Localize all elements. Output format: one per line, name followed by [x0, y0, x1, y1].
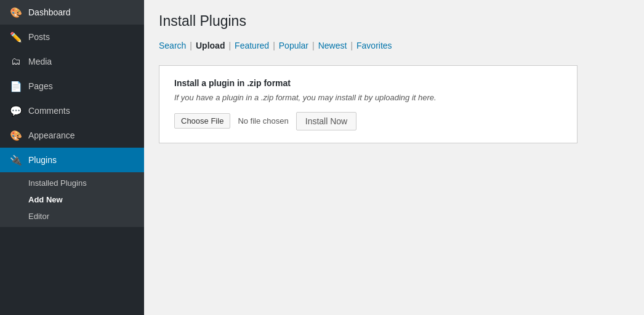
- upload-title: Install a plugin in .zip format: [174, 78, 562, 88]
- main-content: Install Plugins Search | Upload | Featur…: [144, 0, 644, 315]
- sidebar-subitem-editor[interactable]: Editor: [0, 208, 144, 225]
- sidebar-item-pages[interactable]: 📄 Pages: [0, 74, 144, 98]
- sidebar-item-label: Pages: [28, 81, 53, 91]
- sidebar-item-label: Posts: [28, 32, 50, 42]
- upload-controls: Choose File No file chosen Install Now: [174, 112, 562, 130]
- sidebar-item-label: Appearance: [28, 130, 75, 140]
- sidebar-item-posts[interactable]: ✏️ Posts: [0, 25, 144, 49]
- pages-icon: 📄: [10, 80, 22, 92]
- sep-1: |: [186, 41, 196, 50]
- no-file-label: No file chosen: [238, 116, 288, 126]
- sidebar-item-label: Dashboard: [28, 7, 71, 17]
- sidebar-subitem-add-new[interactable]: Add New: [0, 191, 144, 208]
- sidebar: 🎨 Dashboard ✏️ Posts 🗂 Media 📄 Pages 💬 C…: [0, 0, 144, 315]
- plugins-icon: 🔌: [10, 154, 22, 166]
- sidebar-item-label: Comments: [28, 106, 70, 116]
- sidebar-item-appearance[interactable]: 🎨 Appearance: [0, 123, 144, 148]
- sidebar-item-plugins[interactable]: 🔌 Plugins: [0, 148, 144, 172]
- upload-box: Install a plugin in .zip format If you h…: [159, 65, 578, 143]
- upload-description: If you have a plugin in a .zip format, y…: [174, 93, 562, 102]
- choose-file-button[interactable]: Choose File: [174, 113, 230, 129]
- sep-5: |: [347, 41, 356, 50]
- sep-4: |: [308, 41, 318, 50]
- tab-upload[interactable]: Upload: [196, 41, 225, 50]
- tab-favorites[interactable]: Favorites: [356, 41, 392, 50]
- sep-2: |: [225, 41, 235, 50]
- sidebar-item-comments[interactable]: 💬 Comments: [0, 98, 144, 123]
- appearance-icon: 🎨: [10, 129, 22, 142]
- sep-3: |: [269, 41, 279, 50]
- posts-icon: ✏️: [10, 31, 22, 43]
- sidebar-subitem-installed-plugins[interactable]: Installed Plugins: [0, 175, 144, 191]
- plugins-subnav: Installed Plugins Add New Editor: [0, 172, 144, 227]
- tab-newest[interactable]: Newest: [318, 41, 347, 50]
- tab-nav: Search | Upload | Featured | Popular | N…: [159, 41, 629, 50]
- tab-featured[interactable]: Featured: [235, 41, 269, 50]
- sidebar-item-label: Media: [28, 57, 52, 66]
- install-now-button[interactable]: Install Now: [296, 112, 356, 130]
- dashboard-icon: 🎨: [10, 6, 22, 18]
- comments-icon: 💬: [10, 105, 22, 117]
- tab-search[interactable]: Search: [159, 41, 186, 50]
- tab-popular[interactable]: Popular: [279, 41, 308, 50]
- page-title: Install Plugins: [159, 12, 629, 31]
- sidebar-item-label: Plugins: [28, 155, 57, 165]
- sidebar-item-media[interactable]: 🗂 Media: [0, 49, 144, 74]
- media-icon: 🗂: [10, 55, 22, 68]
- sidebar-item-dashboard[interactable]: 🎨 Dashboard: [0, 0, 144, 25]
